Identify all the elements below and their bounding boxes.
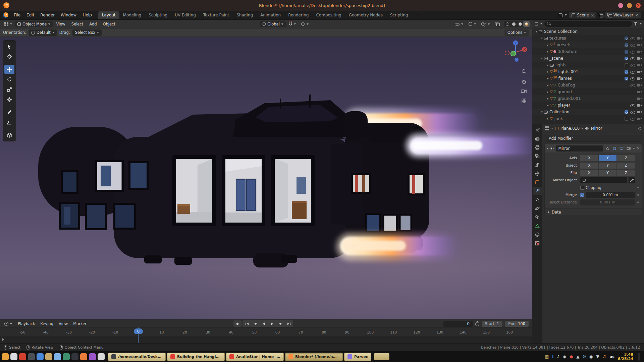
tool-rotate[interactable] [4,75,14,84]
preview-range-icon[interactable] [475,322,479,326]
menu-item[interactable]: Render [37,12,58,18]
timeline-menu-item[interactable]: Marker [70,321,89,327]
auto-keying-button[interactable] [233,320,241,327]
properties-editor-icon[interactable] [545,126,549,130]
delete-modifier-icon[interactable] [637,147,640,150]
disable-in-renders-icon[interactable] [637,83,642,87]
exclude-checkbox[interactable] [625,43,628,47]
disable-in-renders-icon[interactable] [637,56,642,61]
xray-toggle[interactable] [493,21,502,26]
disable-in-renders-icon[interactable] [637,117,642,121]
expand-toggle-icon[interactable]: ▾ [540,57,544,60]
show-gizmo-dropdown[interactable] [466,21,478,26]
merge-decorator-dot[interactable] [637,194,639,196]
outliner-item-name[interactable]: lights.001 [558,69,579,74]
taskbar-window-button[interactable]: /home/amalie/Desktop... [108,353,166,361]
add-menu[interactable]: Add [87,21,99,27]
hide-in-viewport-icon[interactable] [630,117,635,121]
expand-toggle-icon[interactable]: ▾ [534,30,539,33]
hide-in-viewport-icon[interactable] [630,76,635,81]
modifier-name-field[interactable]: Mirror [556,145,603,152]
expand-toggle-icon[interactable]: ▸ [546,117,550,120]
outliner-item-name[interactable]: Scene Collection [544,29,578,34]
remove-viewlayer-icon[interactable] [635,14,638,17]
tool-transform[interactable] [4,95,14,104]
merge-threshold-field[interactable]: 0.001 m [586,192,635,198]
mirror-object-field[interactable] [580,177,627,183]
disable-in-renders-icon[interactable] [637,63,642,67]
timeline-editor-type-button[interactable] [2,321,14,326]
clipping-checkbox[interactable] [580,186,584,190]
exclude-checkbox[interactable] [625,57,628,60]
outliner-row[interactable]: ▾ textures [532,35,644,42]
viewport-3d[interactable]: Z X [0,37,532,319]
outliner-row[interactable]: ▾ Scene Collection [532,28,644,35]
hide-in-viewport-icon[interactable] [630,36,635,41]
viewlayer-selector[interactable]: ViewLayer [605,12,641,18]
hide-in-viewport-icon[interactable] [630,63,635,67]
bisect-distance-decorator-dot[interactable] [637,201,639,203]
expand-toggle-icon[interactable]: ▸ [546,77,550,80]
window-sticky-button[interactable] [618,3,623,8]
jump-to-start-button[interactable] [243,320,251,327]
tool-add-cube[interactable] [4,130,14,140]
orientation-dropdown[interactable]: Default [29,29,57,36]
tray-icon[interactable]: ◉ [589,355,593,359]
disable-in-renders-icon[interactable] [637,50,642,54]
properties-editor-caret[interactable] [551,128,553,129]
taskbar-launcher-icon[interactable] [89,353,96,360]
tray-icon[interactable]: ℹ [552,355,554,359]
taskbar-launcher-icon[interactable] [2,353,9,360]
select-menu[interactable]: Select [69,21,86,27]
view-menu[interactable]: View [53,21,68,27]
taskbar-launcher-icon[interactable] [10,353,17,360]
axis-toggle[interactable]: X [580,155,598,161]
disable-in-renders-icon[interactable] [637,70,642,74]
keyboard-layout-indicator[interactable]: us [609,355,614,359]
exclude-checkbox[interactable] [625,77,628,80]
taskbar-launcher-icon[interactable] [37,353,44,360]
bisect-toggle[interactable]: Z [617,163,635,169]
editor-type-button[interactable] [2,21,14,27]
outliner-display-mode-icon[interactable] [535,22,538,25]
jump-to-prev-keyframe-button[interactable] [251,320,259,327]
exclude-checkbox[interactable] [625,63,628,67]
workspace-tab[interactable]: Modeling [119,11,145,19]
taskbar-launcher-icon[interactable] [45,353,52,360]
proportional-edit-toggle[interactable] [299,21,311,26]
taskbar-launcher-icon[interactable] [54,353,61,360]
bisect-distance-field[interactable]: 0.001 m [580,199,635,205]
tab-particles[interactable] [533,195,542,204]
shading-rendered-button[interactable] [523,21,530,27]
tool-annotate[interactable] [4,108,14,117]
outliner-row[interactable]: ▸ ▽ 20 lights.001 [532,68,644,75]
outliner-item-name[interactable]: ground.001 [557,96,581,101]
taskbar-launcher-icon[interactable] [71,353,78,360]
pin-icon[interactable] [638,127,641,130]
tab-world[interactable] [533,169,542,178]
modifier-extras-menu[interactable] [633,148,635,149]
play-button[interactable] [268,320,276,327]
outliner-row[interactable]: ▸ ▽ ▽ ground.001 [532,95,644,102]
menu-item[interactable]: Edit [23,12,37,18]
tab-material[interactable] [533,230,542,239]
tray-icon[interactable]: ▲ [576,355,579,359]
tab-output[interactable] [533,143,542,152]
expand-toggle-icon[interactable]: ▸ [546,97,550,100]
outliner-row[interactable]: ▸ ▽ 3dtexture [532,48,644,55]
on-cage-toggle[interactable] [605,146,610,151]
data-subpanel[interactable]: Data [545,208,642,216]
minimize-button[interactable] [627,3,632,8]
viewport-display-toggle[interactable] [619,146,624,151]
outliner-row[interactable]: ▾ _scene [532,55,644,62]
expand-toggle-icon[interactable]: ▸ [546,50,550,53]
outliner-item-name[interactable]: CubeFog [557,83,575,87]
outliner-row[interactable]: ▸ ▽ 2 presets [532,42,644,48]
tray-icon[interactable]: ʘ [583,355,586,359]
tab-constraints[interactable] [533,213,542,221]
taskbar-launcher-icon[interactable] [28,353,35,360]
tab-texture[interactable] [533,239,542,247]
close-button[interactable] [636,3,641,8]
outliner-item-name[interactable]: presets [556,43,571,47]
expand-toggle-icon[interactable]: ▸ [546,104,550,107]
